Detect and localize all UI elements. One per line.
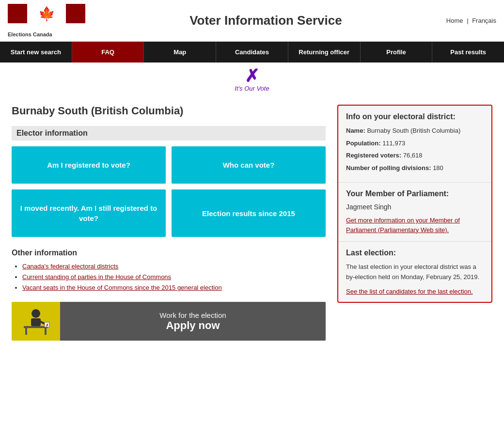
last-election-title: Last election:	[346, 249, 484, 257]
mp-section: Your Member of Parliament: Jagmeet Singh…	[338, 183, 491, 242]
nav-start-new-search[interactable]: Start new search	[0, 42, 72, 63]
link-separator: |	[467, 17, 468, 24]
main-nav: Start new search FAQ Map Candidates Retu…	[0, 42, 504, 63]
svg-text:✗: ✗	[46, 323, 49, 328]
logo-text: Elections Canada	[8, 31, 52, 37]
population-value: 111,973	[382, 140, 405, 147]
district-name-row: Name: Burnaby South (British Columbia)	[346, 126, 484, 136]
registered-voters-label: Registered voters:	[346, 152, 401, 159]
left-column: Burnaby South (British Columbia) Elector…	[12, 105, 326, 341]
btn-registered[interactable]: Am I registered to vote?	[12, 146, 166, 184]
election-description: The last election in your electoral dist…	[346, 262, 484, 282]
list-item-federal: Canada's federal electoral districts	[22, 262, 326, 270]
district-info-title: Info on your electoral district:	[346, 112, 484, 121]
work-line2: Apply now	[166, 319, 220, 332]
mp-name: Jagmeet Singh	[346, 203, 484, 211]
work-banner-icon: ✗	[12, 302, 60, 341]
nav-past-results[interactable]: Past results	[432, 42, 504, 63]
population-row: Population: 111,973	[346, 139, 484, 148]
mp-link: Get more information on your Member of P…	[346, 216, 484, 235]
registered-voters-value: 76,618	[403, 152, 423, 159]
last-election-section: Last election: The last election in your…	[338, 242, 491, 302]
nav-map[interactable]: Map	[144, 42, 216, 63]
home-link[interactable]: Home	[446, 17, 463, 24]
page-title: Burnaby South (British Columbia)	[12, 105, 326, 117]
work-banner-text: Work for the election Apply now	[60, 302, 326, 341]
svg-rect-1	[25, 328, 27, 335]
list-item-parties: Current standing of parties in the House…	[22, 273, 326, 281]
nav-faq[interactable]: FAQ	[72, 42, 144, 63]
polling-divisions-value: 180	[433, 164, 443, 172]
mp-parliament-link[interactable]: Get more information on your Member of P…	[346, 217, 460, 234]
elector-grid: Am I registered to vote? Who can vote? I…	[12, 146, 326, 237]
nav-profile[interactable]: Profile	[361, 42, 433, 63]
nav-returning-officer[interactable]: Returning officer	[288, 42, 361, 63]
name-value: Burnaby South (British Columbia)	[367, 127, 460, 134]
work-election-banner[interactable]: ✗ Work for the election Apply now	[12, 302, 326, 341]
btn-moved[interactable]: I moved recently. Am I still registered …	[12, 189, 166, 237]
right-column: Info on your electoral district: Name: B…	[337, 105, 492, 341]
svg-rect-2	[45, 328, 47, 335]
polling-divisions-label: Number of polling divisions:	[346, 164, 431, 172]
main-content: Burnaby South (British Columbia) Elector…	[0, 97, 504, 348]
elector-info-heading: Elector information	[12, 126, 326, 141]
nav-candidates[interactable]: Candidates	[216, 42, 288, 63]
candidates-link: See the list of candidates for the last …	[346, 287, 484, 295]
campaign-tagline: It's Our Vote	[5, 85, 499, 92]
other-info: Other information Canada's federal elect…	[12, 249, 326, 291]
link-federal-districts[interactable]: Canada's federal electoral districts	[22, 263, 118, 270]
campaign-banner: ✗ It's Our Vote	[0, 63, 504, 97]
other-info-heading: Other information	[12, 249, 326, 257]
site-title: Voter Information Service	[85, 8, 446, 33]
electoral-district-box: Info on your electoral district: Name: B…	[337, 105, 492, 303]
see-candidates-link[interactable]: See the list of candidates for the last …	[346, 288, 473, 295]
link-vacant[interactable]: Vacant seats in the House of Commons sin…	[22, 284, 222, 291]
list-item-vacant: Vacant seats in the House of Commons sin…	[22, 283, 326, 291]
work-line1: Work for the election	[159, 311, 226, 319]
mp-section-title: Your Member of Parliament:	[346, 189, 484, 198]
other-info-list: Canada's federal electoral districts Cur…	[12, 262, 326, 291]
svg-point-3	[32, 309, 40, 318]
district-info-section: Info on your electoral district: Name: B…	[338, 106, 491, 183]
population-label: Population:	[346, 140, 381, 147]
svg-rect-4	[31, 318, 41, 326]
x-mark: ✗	[5, 67, 499, 85]
btn-who-can-vote[interactable]: Who can vote?	[172, 146, 326, 184]
link-parties[interactable]: Current standing of parties in the House…	[22, 273, 171, 281]
worker-icon: ✗	[21, 306, 50, 337]
elections-canada-logo: 🍁 Elections Canada	[8, 4, 85, 37]
francais-link[interactable]: Français	[472, 17, 496, 24]
polling-divisions-row: Number of polling divisions: 180	[346, 163, 484, 173]
name-label: Name:	[346, 127, 365, 134]
registered-voters-row: Registered voters: 76,618	[346, 151, 484, 160]
btn-election-results[interactable]: Election results since 2015	[172, 189, 326, 237]
top-links: Home | Français	[446, 17, 496, 24]
